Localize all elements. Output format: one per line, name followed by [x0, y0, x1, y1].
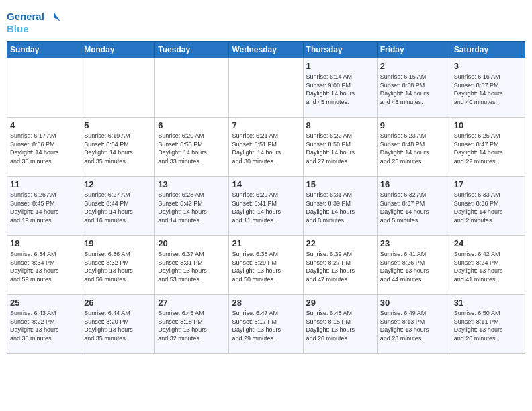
- day-number: 5: [84, 120, 152, 130]
- calendar-cell: 26Sunrise: 6:44 AM Sunset: 8:20 PM Dayli…: [81, 295, 155, 354]
- calendar-cell: 11Sunrise: 6:26 AM Sunset: 8:45 PM Dayli…: [7, 177, 81, 236]
- day-info: Sunrise: 6:33 AM Sunset: 8:36 PM Dayligh…: [454, 191, 522, 224]
- calendar-cell: 31Sunrise: 6:50 AM Sunset: 8:11 PM Dayli…: [451, 295, 525, 354]
- day-number: 6: [158, 120, 226, 130]
- day-info: Sunrise: 6:47 AM Sunset: 8:17 PM Dayligh…: [232, 309, 300, 342]
- day-info: Sunrise: 6:14 AM Sunset: 9:00 PM Dayligh…: [306, 73, 374, 106]
- svg-text:General: General: [7, 11, 44, 22]
- day-info: Sunrise: 6:16 AM Sunset: 8:57 PM Dayligh…: [454, 73, 522, 106]
- calendar-cell: 30Sunrise: 6:49 AM Sunset: 8:13 PM Dayli…: [377, 295, 451, 354]
- day-info: Sunrise: 6:28 AM Sunset: 8:42 PM Dayligh…: [158, 191, 226, 224]
- calendar-cell: 28Sunrise: 6:47 AM Sunset: 8:17 PM Dayli…: [229, 295, 303, 354]
- calendar-cell: 20Sunrise: 6:37 AM Sunset: 8:31 PM Dayli…: [155, 236, 229, 295]
- day-info: Sunrise: 6:15 AM Sunset: 8:58 PM Dayligh…: [380, 73, 448, 106]
- day-number: 4: [10, 120, 78, 130]
- calendar-cell: 29Sunrise: 6:48 AM Sunset: 8:15 PM Dayli…: [303, 295, 377, 354]
- day-info: Sunrise: 6:39 AM Sunset: 8:27 PM Dayligh…: [306, 250, 374, 283]
- calendar-cell: 8Sunrise: 6:22 AM Sunset: 8:50 PM Daylig…: [303, 118, 377, 177]
- day-info: Sunrise: 6:49 AM Sunset: 8:13 PM Dayligh…: [380, 309, 448, 342]
- day-number: 17: [454, 179, 522, 189]
- day-header-saturday: Saturday: [451, 42, 525, 58]
- day-info: Sunrise: 6:26 AM Sunset: 8:45 PM Dayligh…: [10, 191, 78, 224]
- day-info: Sunrise: 6:43 AM Sunset: 8:22 PM Dayligh…: [10, 309, 78, 342]
- day-header-monday: Monday: [81, 42, 155, 58]
- day-number: 13: [158, 179, 226, 189]
- calendar-cell: 2Sunrise: 6:15 AM Sunset: 8:58 PM Daylig…: [377, 58, 451, 118]
- day-number: 24: [454, 238, 522, 248]
- day-number: 3: [454, 61, 522, 71]
- calendar-cell: 23Sunrise: 6:41 AM Sunset: 8:26 PM Dayli…: [377, 236, 451, 295]
- day-info: Sunrise: 6:22 AM Sunset: 8:50 PM Dayligh…: [306, 132, 374, 165]
- day-number: 2: [380, 61, 448, 71]
- day-number: 1: [306, 61, 374, 71]
- day-number: 12: [84, 179, 152, 189]
- day-info: Sunrise: 6:42 AM Sunset: 8:24 PM Dayligh…: [454, 250, 522, 283]
- day-header-thursday: Thursday: [303, 42, 377, 58]
- day-number: 15: [306, 179, 374, 189]
- day-number: 26: [84, 298, 152, 308]
- day-info: Sunrise: 6:36 AM Sunset: 8:32 PM Dayligh…: [84, 250, 152, 283]
- calendar-cell: 13Sunrise: 6:28 AM Sunset: 8:42 PM Dayli…: [155, 177, 229, 236]
- calendar-cell: 12Sunrise: 6:27 AM Sunset: 8:44 PM Dayli…: [81, 177, 155, 236]
- day-number: 22: [306, 238, 374, 248]
- day-number: 16: [380, 179, 448, 189]
- day-number: 23: [380, 238, 448, 248]
- day-info: Sunrise: 6:31 AM Sunset: 8:39 PM Dayligh…: [306, 191, 374, 224]
- calendar-cell: [229, 58, 303, 118]
- day-number: 10: [454, 120, 522, 130]
- day-info: Sunrise: 6:29 AM Sunset: 8:41 PM Dayligh…: [232, 191, 300, 224]
- calendar-week-row: 4Sunrise: 6:17 AM Sunset: 8:56 PM Daylig…: [7, 118, 525, 177]
- day-info: Sunrise: 6:19 AM Sunset: 8:54 PM Dayligh…: [84, 132, 152, 165]
- day-number: 30: [380, 298, 448, 308]
- day-number: 29: [306, 298, 374, 308]
- svg-marker-2: [54, 12, 60, 21]
- day-info: Sunrise: 6:34 AM Sunset: 8:34 PM Dayligh…: [10, 250, 78, 283]
- day-header-sunday: Sunday: [7, 42, 81, 58]
- calendar-week-row: 25Sunrise: 6:43 AM Sunset: 8:22 PM Dayli…: [7, 295, 525, 354]
- svg-text:Blue: Blue: [7, 23, 29, 34]
- logo: General Blue: [7, 7, 60, 37]
- calendar-cell: 16Sunrise: 6:32 AM Sunset: 8:37 PM Dayli…: [377, 177, 451, 236]
- day-info: Sunrise: 6:25 AM Sunset: 8:47 PM Dayligh…: [454, 132, 522, 165]
- day-number: 18: [10, 238, 78, 248]
- day-info: Sunrise: 6:17 AM Sunset: 8:56 PM Dayligh…: [10, 132, 78, 165]
- day-number: 9: [380, 120, 448, 130]
- day-number: 7: [232, 120, 300, 130]
- calendar-cell: 7Sunrise: 6:21 AM Sunset: 8:51 PM Daylig…: [229, 118, 303, 177]
- day-info: Sunrise: 6:45 AM Sunset: 8:18 PM Dayligh…: [158, 309, 226, 342]
- calendar-cell: 24Sunrise: 6:42 AM Sunset: 8:24 PM Dayli…: [451, 236, 525, 295]
- calendar-cell: 19Sunrise: 6:36 AM Sunset: 8:32 PM Dayli…: [81, 236, 155, 295]
- day-info: Sunrise: 6:44 AM Sunset: 8:20 PM Dayligh…: [84, 309, 152, 342]
- calendar-cell: 18Sunrise: 6:34 AM Sunset: 8:34 PM Dayli…: [7, 236, 81, 295]
- calendar-header-row: SundayMondayTuesdayWednesdayThursdayFrid…: [7, 42, 525, 58]
- day-info: Sunrise: 6:41 AM Sunset: 8:26 PM Dayligh…: [380, 250, 448, 283]
- calendar-cell: 25Sunrise: 6:43 AM Sunset: 8:22 PM Dayli…: [7, 295, 81, 354]
- page-header: General Blue: [7, 7, 525, 37]
- calendar-cell: 1Sunrise: 6:14 AM Sunset: 9:00 PM Daylig…: [303, 58, 377, 118]
- day-number: 8: [306, 120, 374, 130]
- calendar-cell: [7, 58, 81, 118]
- day-number: 20: [158, 238, 226, 248]
- calendar-cell: 10Sunrise: 6:25 AM Sunset: 8:47 PM Dayli…: [451, 118, 525, 177]
- day-number: 11: [10, 179, 78, 189]
- day-header-friday: Friday: [377, 42, 451, 58]
- day-info: Sunrise: 6:48 AM Sunset: 8:15 PM Dayligh…: [306, 309, 374, 342]
- calendar-cell: 14Sunrise: 6:29 AM Sunset: 8:41 PM Dayli…: [229, 177, 303, 236]
- calendar-cell: 4Sunrise: 6:17 AM Sunset: 8:56 PM Daylig…: [7, 118, 81, 177]
- day-info: Sunrise: 6:23 AM Sunset: 8:48 PM Dayligh…: [380, 132, 448, 165]
- calendar-cell: 27Sunrise: 6:45 AM Sunset: 8:18 PM Dayli…: [155, 295, 229, 354]
- calendar-cell: 5Sunrise: 6:19 AM Sunset: 8:54 PM Daylig…: [81, 118, 155, 177]
- calendar-cell: 17Sunrise: 6:33 AM Sunset: 8:36 PM Dayli…: [451, 177, 525, 236]
- day-number: 28: [232, 298, 300, 308]
- day-number: 27: [158, 298, 226, 308]
- day-header-wednesday: Wednesday: [229, 42, 303, 58]
- day-number: 19: [84, 238, 152, 248]
- calendar-cell: 21Sunrise: 6:38 AM Sunset: 8:29 PM Dayli…: [229, 236, 303, 295]
- calendar-cell: 3Sunrise: 6:16 AM Sunset: 8:57 PM Daylig…: [451, 58, 525, 118]
- day-info: Sunrise: 6:27 AM Sunset: 8:44 PM Dayligh…: [84, 191, 152, 224]
- day-info: Sunrise: 6:20 AM Sunset: 8:53 PM Dayligh…: [158, 132, 226, 165]
- calendar-cell: 9Sunrise: 6:23 AM Sunset: 8:48 PM Daylig…: [377, 118, 451, 177]
- day-info: Sunrise: 6:50 AM Sunset: 8:11 PM Dayligh…: [454, 309, 522, 342]
- day-number: 14: [232, 179, 300, 189]
- day-info: Sunrise: 6:21 AM Sunset: 8:51 PM Dayligh…: [232, 132, 300, 165]
